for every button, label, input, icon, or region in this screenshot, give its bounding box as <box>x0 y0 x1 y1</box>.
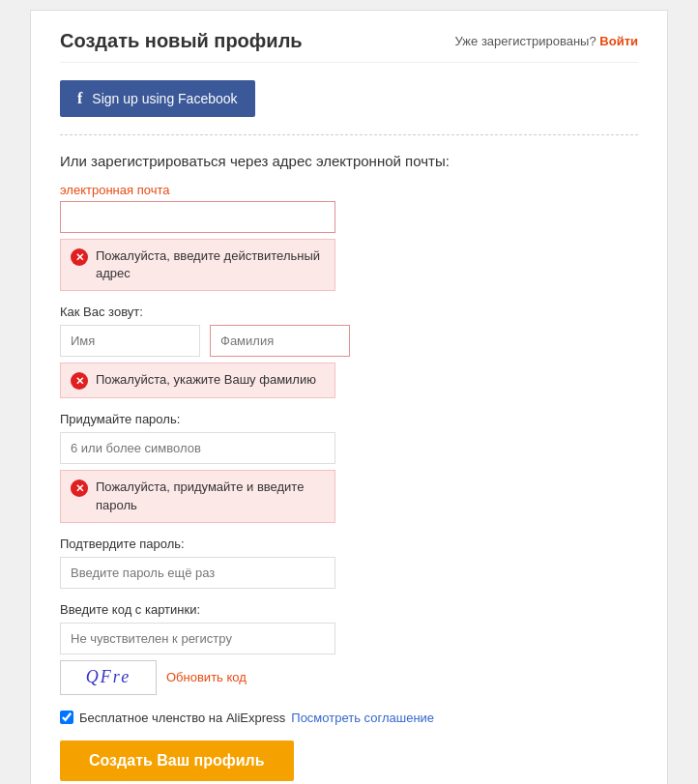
facebook-signup-button[interactable]: f Sign up using Facebook <box>60 80 255 117</box>
name-error-icon: ✕ <box>71 372 88 390</box>
already-registered-text: Уже зарегистрированы? <box>455 34 596 48</box>
divider <box>60 134 638 135</box>
facebook-section: f Sign up using Facebook <box>60 80 638 117</box>
facebook-btn-label: Sign up using Facebook <box>92 91 237 106</box>
password-error-box: ✕ Пожалуйста, придумайте и введите парол… <box>60 470 335 522</box>
email-error-icon: ✕ <box>71 248 88 266</box>
password-field-group: Придумайте пароль: ✕ Пожалуйста, придума… <box>60 412 638 522</box>
email-field-group: электронная почта ✕ Пожалуйста, введите … <box>60 183 638 291</box>
name-field-group: Как Вас зовут: ✕ Пожалуйста, укажите Ваш… <box>60 305 638 398</box>
password-label: Придумайте пароль: <box>60 412 638 426</box>
name-error-text: Пожалуйста, укажите Вашу фамилию <box>96 371 316 389</box>
or-section-title: Или зарегистрироваться через адрес элект… <box>60 153 638 169</box>
captcha-image-row: QFre Обновить код <box>60 660 638 695</box>
login-link-area: Уже зарегистрированы? Войти <box>455 34 638 48</box>
name-error-box: ✕ Пожалуйста, укажите Вашу фамилию <box>60 363 335 398</box>
page-title: Создать новый профиль <box>60 30 303 52</box>
name-label: Как Вас зовут: <box>60 305 638 319</box>
captcha-text: QFre <box>86 667 131 687</box>
email-input[interactable] <box>60 201 335 233</box>
submit-button[interactable]: Создать Ваш профиль <box>60 740 294 781</box>
agreement-link[interactable]: Посмотреть соглашение <box>291 711 434 725</box>
password-error-text: Пожалуйста, придумайте и введите пароль <box>96 479 325 513</box>
registration-page: Создать новый профиль Уже зарегистрирова… <box>30 10 668 784</box>
captcha-input[interactable] <box>60 623 335 654</box>
captcha-image: QFre <box>60 660 157 695</box>
password-error-icon: ✕ <box>71 479 88 497</box>
name-inputs-row <box>60 325 638 357</box>
membership-checkbox[interactable] <box>60 711 73 724</box>
confirm-password-label: Подтвердите пароль: <box>60 537 638 551</box>
password-input[interactable] <box>60 432 335 464</box>
captcha-label: Введите код с картинки: <box>60 602 638 617</box>
refresh-captcha-link[interactable]: Обновить код <box>166 670 247 684</box>
membership-label: Бесплатное членство на AliExpress <box>79 711 285 725</box>
login-link[interactable]: Войти <box>599 34 638 48</box>
first-name-input[interactable] <box>60 325 200 357</box>
email-error-box: ✕ Пожалуйста, введите действительный адр… <box>60 239 335 291</box>
page-header: Создать новый профиль Уже зарегистрирова… <box>60 30 638 63</box>
email-error-text: Пожалуйста, введите действительный адрес <box>96 247 325 282</box>
confirm-password-input[interactable] <box>60 557 335 589</box>
captcha-field-group: Введите код с картинки: QFre Обновить ко… <box>60 602 638 695</box>
facebook-icon: f <box>77 90 82 107</box>
membership-checkbox-row: Бесплатное членство на AliExpress Посмот… <box>60 711 638 725</box>
last-name-input[interactable] <box>210 325 350 357</box>
confirm-password-field-group: Подтвердите пароль: <box>60 537 638 589</box>
email-label: электронная почта <box>60 183 638 197</box>
